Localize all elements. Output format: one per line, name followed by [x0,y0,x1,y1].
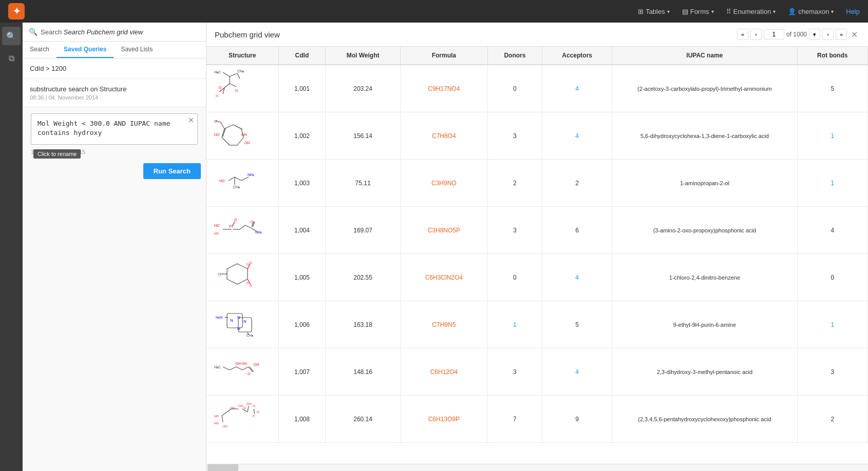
table-title: Pubchem grid view [215,30,737,39]
horizontal-scrollbar[interactable] [206,464,868,471]
run-search-button[interactable]: Run Search [143,163,201,179]
svg-text:O: O [253,404,255,407]
enumeration-menu[interactable]: ⠿ Enumeration ▾ [726,8,776,15]
sidebar-search-icon[interactable]: 🔍 [2,27,21,45]
cell-rot-bonds: 0 [797,254,868,301]
cell-structure[interactable]: OH OH HO O [206,112,278,160]
col-iupac[interactable]: IUPAC name [612,47,797,65]
pagination-first-button[interactable]: « [737,29,748,40]
cell-mol-weight: 202.55 [326,254,400,301]
pagination-next-button[interactable]: › [822,29,834,40]
svg-text:O: O [250,284,252,287]
cell-acceptors: 4 [542,112,612,160]
svg-line-39 [232,222,235,227]
cell-rot-bonds: 1 [797,301,868,348]
search-icon: 🔍 [29,28,37,36]
pagination-controls: « ‹ of 1000 ▾ › » ✕ [737,29,860,40]
svg-text:NH₂: NH₂ [248,173,254,176]
cell-mol-weight: 148.16 [326,348,400,396]
col-donors[interactable]: Donors [487,47,542,65]
enumeration-label: Enumeration [733,8,771,15]
tab-saved-queries[interactable]: Saved Queries [56,42,114,58]
active-query-date: 14:02 | 09. June 2015 [31,149,203,155]
cell-structure[interactable]: Cl O O O O [206,254,278,301]
tab-row: Search Saved Queries Saved Lists [23,42,206,58]
svg-line-13 [222,138,230,145]
svg-text:O: O [257,410,259,414]
cell-structure[interactable]: HO HO HO OH OH O OH O O P [206,396,278,443]
cell-mol-weight: 260.14 [326,396,400,443]
cell-structure[interactable]: HO HO P O O NH₂ [206,207,278,254]
user-icon: 👤 [788,8,796,15]
right-panel: Pubchem grid view « ‹ of 1000 ▾ › » ✕ St… [206,23,868,471]
cell-structure[interactable]: N N N N CH₃ H₂N [206,301,278,348]
col-cdid[interactable]: CdId [278,47,326,65]
table-row: N N N N CH₃ H₂N 1,006163.18C7H9N5159-eth… [206,301,868,348]
cell-structure[interactable]: HO NH₂ CH₃ [206,160,278,207]
forms-icon: ▤ [682,8,688,15]
table-header: Structure CdId Mol Weight Formula Donors… [206,47,868,65]
table-scroll[interactable]: Structure CdId Mol Weight Formula Donors… [206,47,868,464]
help-link[interactable]: Help [846,8,860,15]
col-acceptors[interactable]: Acceptors [542,47,612,65]
pagination-prev-button[interactable]: ‹ [750,29,762,40]
table-row: H₃C OH OH O OH 1,007148.16C6H12O4342,3-d… [206,348,868,396]
table-row: HO HO HO OH OH O OH O O P 1,008260.14C6H… [206,396,868,443]
svg-text:HO: HO [223,425,228,428]
cell-formula: C3H8NO5P [400,207,487,254]
panel-content: CdId > 1200 substructure search on Struc… [23,58,206,471]
tables-menu[interactable]: ⊞ Tables ▾ [638,8,670,15]
left-panel: 🔍 Search Search Pubchem grid view Search… [23,23,206,471]
active-query-item[interactable]: ✕ Click to rename [31,113,198,145]
svg-text:H₂N: H₂N [216,316,222,319]
sidebar-icons: 🔍 ⧉ [0,23,23,471]
cell-donors: 7 [487,396,542,443]
query-text-input[interactable] [37,119,191,138]
tab-saved-lists[interactable]: Saved Lists [114,42,160,58]
query-item-2-date: 08:36 | 04. November 2014 [30,94,199,101]
cell-iupac: 5,6-dihydroxycyclohexa-1,3-diene-1-carbo… [612,112,797,160]
table-row: OH OH HO O 1,002156.14C7H8O4345,6-dihydr… [206,112,868,160]
cell-structure[interactable]: H₃C CH₃ O O O [206,65,278,112]
user-chevron-icon: ▾ [831,9,834,14]
user-menu[interactable]: 👤 chemaxon ▾ [788,8,834,15]
svg-marker-49 [227,264,248,284]
scrollbar-thumb[interactable] [207,464,238,471]
cell-acceptors: 5 [542,301,612,348]
sidebar-filter-icon[interactable]: ⧉ [2,49,21,68]
svg-line-43 [245,225,252,228]
cell-mol-weight: 169.07 [326,207,400,254]
cell-cdid: 1,007 [278,348,326,396]
query-item-1-title: CdId > 1200 [30,65,199,72]
cell-mol-weight: 75.11 [326,160,400,207]
pagination-page-input[interactable] [764,29,784,40]
cell-formula: C6H13O9P [400,396,487,443]
query-close-button[interactable]: ✕ [188,116,194,124]
cell-cdid: 1,005 [278,254,326,301]
svg-line-9 [230,84,236,87]
pagination-page-select-button[interactable]: ▾ [809,29,820,40]
close-table-button[interactable]: ✕ [849,30,860,40]
cell-acceptors: 4 [542,348,612,396]
svg-text:N: N [237,326,240,331]
active-query-container: ✕ Click to rename 14:02 | 09. June 2015 [23,107,206,159]
query-item-2[interactable]: substructure search on Structure 08:36 |… [23,79,206,107]
tables-chevron-icon: ▾ [667,9,670,14]
cell-cdid: 1,006 [278,301,326,348]
col-formula[interactable]: Formula [400,47,487,65]
help-label: Help [846,8,860,15]
query-item-2-title: substructure search on Structure [30,85,199,93]
cell-structure[interactable]: H₃C OH OH O OH [206,348,278,396]
pagination-last-button[interactable]: » [836,29,847,40]
cell-acceptors: 6 [542,207,612,254]
cell-rot-bonds: 4 [797,207,868,254]
col-mol-weight[interactable]: Mol Weight [326,47,400,65]
query-item-1[interactable]: CdId > 1200 [23,58,206,79]
tab-search[interactable]: Search [23,42,56,58]
cell-iupac: (3-amino-2-oxo-propoxy)phosphonic acid [612,207,797,254]
svg-text:N: N [243,319,247,324]
table-row: Cl O O O O 1,005202.55C6H3ClN2O4041-chlo… [206,254,868,301]
top-navigation: ✦ ⊞ Tables ▾ ▤ Forms ▾ ⠿ Enumeration ▾ 👤… [0,0,868,23]
forms-menu[interactable]: ▤ Forms ▾ [682,8,714,15]
col-rot-bonds[interactable]: Rot bonds [797,47,868,65]
